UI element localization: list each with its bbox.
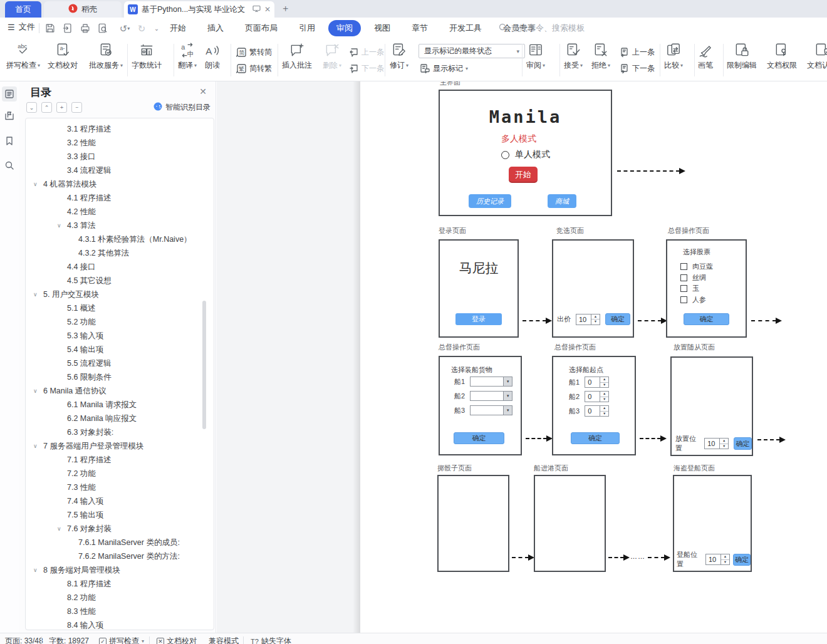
bookmark-icon[interactable] <box>2 133 17 148</box>
prev-comment-button[interactable]: 上一条 <box>348 47 384 58</box>
markup-state-select[interactable]: 显示标记的最终状态▾ <box>419 44 525 58</box>
chevron-down-icon[interactable]: ∨ <box>57 522 61 536</box>
ship2-dropdown[interactable]: ▼ <box>470 391 512 401</box>
toc-item[interactable]: ∨4.5 其它设想 <box>26 274 214 288</box>
checkbox-icon[interactable] <box>680 296 687 303</box>
login-button[interactable]: 登录 <box>455 313 502 325</box>
prev-revision-button[interactable]: 上一条 <box>619 47 655 58</box>
toc-item[interactable]: ∨6.1 Manila 请求报文 <box>26 398 214 412</box>
restrict-edit-button[interactable]: 限制编辑 <box>727 42 757 71</box>
toc-item[interactable]: ∨7.5 输出项 <box>26 508 214 522</box>
pirate-spinner[interactable]: 10▲▼ <box>705 554 730 565</box>
chevron-down-icon[interactable]: ∨ <box>33 563 38 577</box>
toc-item[interactable]: ∨7.3 性能 <box>26 480 214 494</box>
ship1-spinner[interactable]: 0▲▼ <box>585 377 609 388</box>
toc-collapse-all-button[interactable]: ⌃ <box>41 102 52 113</box>
toc-item[interactable]: ∨6 Manila 通信协议 <box>26 384 214 398</box>
toc-item[interactable]: ∨4.3.2 其他算法 <box>26 246 214 260</box>
toc-item[interactable]: ∨7 服务器端用户登录管理模块 <box>26 439 214 453</box>
pirate-ok-button[interactable]: 确定 <box>733 554 751 566</box>
toc-item[interactable]: ∨5.4 输出项 <box>26 343 214 356</box>
toc-item[interactable]: ∨3.2 性能 <box>26 136 214 150</box>
toc-zoom-in-button[interactable]: ＋ <box>56 102 67 113</box>
doc-permission-button[interactable]: 文档权限 <box>767 42 797 71</box>
ship2-spinner[interactable]: 0▲▼ <box>585 391 609 402</box>
file-menu[interactable]: ☰ 文件 <box>8 21 35 33</box>
save-icon[interactable] <box>44 23 56 34</box>
redo-icon[interactable]: ↻ <box>135 23 148 34</box>
follower-spinner[interactable]: 10▲▼ <box>704 438 729 449</box>
chevron-down-icon[interactable]: ∨ <box>33 384 38 398</box>
word-count-indicator[interactable]: 字数: 18927 <box>49 636 89 644</box>
find-icon[interactable] <box>2 158 17 173</box>
toc-item[interactable]: ∨5.1 概述 <box>26 301 214 315</box>
show-markup-button[interactable]: 显示标记▾ <box>420 63 468 74</box>
presentation-mode-icon[interactable] <box>252 5 261 14</box>
insert-comment-button[interactable]: 插入批注 <box>282 42 312 71</box>
review-panel-button[interactable]: 审阅▾ <box>526 42 545 71</box>
toc-item[interactable]: ∨8.4 输入项 <box>26 618 214 630</box>
doc-proofread-button[interactable]: a- 文档校对 <box>48 42 78 71</box>
undo-icon[interactable]: ↺▾ <box>115 23 134 34</box>
stock-option[interactable]: 玉 <box>680 283 713 294</box>
radio-unselected-icon[interactable] <box>501 151 509 159</box>
reject-revision-button[interactable]: 拒绝▾ <box>591 42 610 71</box>
pen-button[interactable]: 画笔 <box>697 42 714 71</box>
toc-item[interactable]: ∨7.6 对象封装 <box>26 522 214 536</box>
ship3-dropdown[interactable]: ▼ <box>470 405 512 415</box>
compat-mode-status[interactable]: 兼容模式 <box>209 636 239 644</box>
correction-service-button[interactable]: 批改服务▾ <box>89 42 123 71</box>
missing-font-status[interactable]: T? 缺失字体 <box>251 636 291 644</box>
customize-toolbar-icon[interactable]: ⌄ <box>150 23 163 34</box>
export-pdf-icon[interactable] <box>61 23 74 34</box>
toc-item[interactable]: ∨3.3 接口 <box>26 150 214 164</box>
radio-single-mode[interactable]: 单人模式 <box>501 149 550 160</box>
start-button[interactable]: 开始 <box>509 167 538 183</box>
stock-ok-button[interactable]: 确定 <box>684 313 729 325</box>
toc-item[interactable]: ∨4.2 性能 <box>26 205 214 219</box>
toc-scrollbar-thumb[interactable] <box>202 301 206 429</box>
print-icon[interactable] <box>79 23 91 34</box>
toc-item[interactable]: ∨4.3.1 朴素经验算法（Mr.Naive） <box>26 232 214 246</box>
shop-button[interactable]: 商城 <box>548 194 576 208</box>
chevron-down-icon[interactable]: ∨ <box>33 439 38 453</box>
print-preview-icon[interactable] <box>96 23 109 34</box>
accept-revision-button[interactable]: 接受▾ <box>564 42 583 71</box>
chapter-nav-icon[interactable] <box>2 108 17 123</box>
simp-to-trad-button[interactable]: 繁 简转繁 <box>236 63 272 74</box>
spell-check-button[interactable]: abc 拼写检查▾ <box>6 42 40 71</box>
bid-ok-button[interactable]: 确定 <box>605 313 630 325</box>
next-revision-button[interactable]: 下一条 <box>619 63 655 74</box>
toc-item[interactable]: ∨7.6.1 ManilaServer 类的成员: <box>26 536 214 549</box>
word-count-button[interactable]: 字数统计 <box>132 42 162 71</box>
toc-item[interactable]: ∨4.4 接口 <box>26 260 214 274</box>
compare-button[interactable]: 比较▾ <box>664 42 683 71</box>
home-tab[interactable]: 首页 <box>5 1 41 18</box>
toc-item[interactable]: ∨8.1 程序描述 <box>26 577 214 591</box>
toc-item[interactable]: ∨5.3 输入项 <box>26 329 214 343</box>
delete-comment-button[interactable]: 删除▾ <box>323 42 341 71</box>
toc-item[interactable]: ∨7.6.2 ManilaServer 类的方法: <box>26 549 214 563</box>
toc-item[interactable]: ∨6.2 Manila 响应报文 <box>26 412 214 425</box>
toc-item[interactable]: ∨5. 用户交互模块 <box>26 288 214 301</box>
checkbox-icon[interactable] <box>680 263 687 270</box>
page-indicator[interactable]: 页面: 33/48 <box>5 636 43 644</box>
spell-check-status[interactable]: ✓ 拼写检查▾ <box>99 636 144 644</box>
toc-panel-icon[interactable] <box>2 86 17 101</box>
chevron-down-icon[interactable]: ∨ <box>57 219 61 232</box>
checkbox-icon[interactable] <box>680 274 687 281</box>
trad-to-simp-button[interactable]: 简 繁转简 <box>236 47 272 58</box>
close-tab-icon[interactable]: ✕ <box>264 5 271 14</box>
toc-item[interactable]: ∨7.4 输入项 <box>26 494 214 508</box>
document-page[interactable]: 主界面 Manila 多人模式 单人模式 开始 历史记录 商城 登录页面 马尼拉… <box>360 81 827 633</box>
ribbon-tab[interactable]: 审阅 <box>328 20 361 36</box>
ribbon-tab[interactable]: 开始 <box>162 20 194 36</box>
command-search[interactable]: 查找命令、搜索模板 <box>499 23 585 34</box>
ribbon-tab[interactable]: 页面布局 <box>237 20 286 36</box>
toc-close-icon[interactable]: ✕ <box>199 86 207 96</box>
ship1-dropdown[interactable]: ▼ <box>470 377 512 387</box>
stock-option[interactable]: 肉豆蔻 <box>680 261 713 273</box>
new-tab-icon[interactable]: ＋ <box>281 3 290 14</box>
next-comment-button[interactable]: 下一条 <box>348 63 384 74</box>
history-button[interactable]: 历史记录 <box>469 194 511 208</box>
